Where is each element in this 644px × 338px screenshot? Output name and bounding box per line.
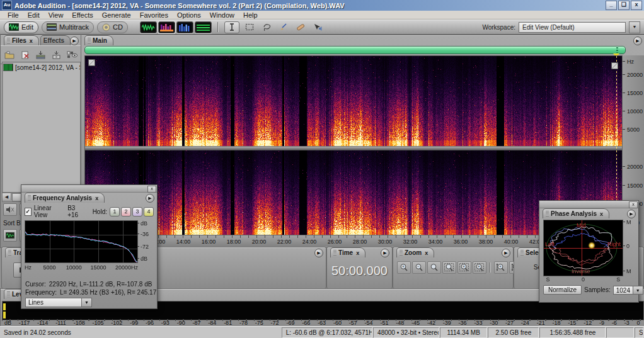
spot-healing-tool[interactable] [294,22,308,33]
menu-options[interactable]: Options [173,11,205,19]
display-mode-value[interactable]: Lines [25,298,82,307]
ibeam-icon [227,23,236,31]
tab-phase-analysis[interactable]: Phase Analysis x [543,208,609,218]
menu-generate[interactable]: Generate [98,11,135,19]
workspace-dropdown-arrow[interactable]: ▼ [629,21,640,33]
samples-value[interactable]: 1024 [613,286,633,295]
frequency-value: L= 249.35 Hz (B3 +16), R= 245.17 H... [60,289,157,296]
waveform-small-icon [6,232,14,239]
cursor-label: Cursor: [25,281,46,288]
phase-analysis-graph[interactable]: M0M S0S [542,219,636,283]
zoom-divider [490,262,491,273]
marquee-selection-tool[interactable] [243,22,256,33]
zoom-in-horizontal-button[interactable]: + [397,261,411,274]
files-options-icon [67,51,78,59]
tab-frequency-analysis-close-icon[interactable]: x [95,195,98,201]
zoom-in-vertical-icon: + [496,263,506,272]
tab-time[interactable]: Time x [330,247,365,257]
linear-view-checkbox[interactable]: ✓ [25,208,32,216]
close-file-button[interactable] [20,50,32,60]
selection-handle-playhead[interactable] [611,62,618,69]
menu-edit[interactable]: Edit [23,11,44,19]
time-panel-menu-button[interactable]: ▶ [381,249,389,257]
insert-into-multitrack-button[interactable] [35,50,47,60]
hold-button-3[interactable]: 3 [132,207,142,217]
scroll-left-arrow-icon[interactable]: ◀ [3,193,11,200]
frequency-analysis-menu-button[interactable]: ▶ [146,194,154,203]
paintbrush-tool[interactable] [277,22,290,33]
transport-panel-menu-button[interactable]: ▶ [314,249,323,257]
lasso-selection-tool[interactable] [260,22,273,33]
restore-button[interactable]: ❏ [618,1,630,10]
spectral-pan-view-button[interactable] [176,21,193,33]
menu-help[interactable]: Help [239,11,262,19]
frequency-analysis-graph[interactable]: dB-36-72dB Hz5000100001500020000Hz [25,220,154,279]
files-options-button[interactable] [66,50,78,60]
tab-phase-analysis-close-icon[interactable]: x [600,211,603,217]
workspace-label: Workspace: [482,24,515,31]
tab-frequency-analysis[interactable]: Frequency Analysis x [25,193,105,203]
zoom-to-selection-button[interactable] [442,261,456,274]
minimize-button[interactable]: _ [606,1,617,10]
level-meter-left-bar [3,303,6,310]
tab-main[interactable]: Main [84,35,113,45]
auto-play-button[interactable] [3,203,17,216]
spectral-frequency-view-button[interactable] [158,21,175,33]
display-mode-arrow-icon[interactable]: ▼ [82,298,92,307]
file-list-item[interactable]: [some14-2] 2012, VA - S [3,62,80,72]
workspace-value[interactable]: Edit View (Default) [519,22,626,33]
phase-analysis-menu-button[interactable]: ▶ [627,210,636,218]
hold-button-2[interactable]: 2 [121,207,131,217]
samples-dropdown[interactable]: 1024 ▼ [613,286,643,295]
cd-view-button[interactable]: CD [97,21,128,33]
phase-analysis-titlebar[interactable]: x [539,201,638,208]
zoom-full-button[interactable] [427,261,441,274]
tab-time-close-icon[interactable]: x [356,250,359,256]
show-audio-files-button[interactable] [3,229,17,242]
menu-favorites[interactable]: Favorites [135,11,173,19]
frequency-analysis-window: x Frequency Analysis x ▶ ✓ Linear View B… [21,184,158,309]
phase-analysis-plot[interactable] [543,220,623,276]
phase-analysis-close-icon[interactable]: x [629,201,638,208]
files-panel-menu-button[interactable]: ▶ [70,37,79,45]
scrub-tool[interactable] [311,22,325,33]
tab-files-close-icon[interactable]: x [30,38,33,44]
multitrack-view-button[interactable]: Multitrack [42,21,94,33]
zoom-panel-menu-button[interactable]: ▶ [502,249,510,257]
menu-bar: FileEditViewEffectsGenerateFavoritesOpti… [0,11,644,20]
zoom-in-right-edge-button[interactable]: + [473,261,486,274]
tab-effects[interactable]: Effects [40,35,71,45]
display-mode-dropdown[interactable]: Lines ▼ [25,298,92,307]
tab-files[interactable]: Files x [4,35,39,45]
spectral-pan-view-icon [178,23,192,31]
selection-handle-top-left[interactable] [88,59,95,66]
time-tick: 36:00 [454,239,468,245]
normalize-button[interactable]: Normalize [543,285,582,295]
samples-arrow-icon[interactable]: ▼ [633,286,643,295]
zoom-in-vertical-button[interactable]: + [494,261,508,274]
hold-button-1[interactable]: 1 [110,207,120,217]
menu-window[interactable]: Window [205,11,239,19]
menu-effects[interactable]: Effects [67,11,97,19]
waveform-view-button[interactable] [140,21,157,33]
frequency-analysis-close-icon[interactable]: x [147,186,156,193]
menu-view[interactable]: View [44,11,68,19]
tab-zoom-close-icon[interactable]: x [425,250,428,256]
linear-view-label: Linear View [34,205,60,218]
hold-button-4[interactable]: 4 [144,207,154,217]
insert-into-cd-button[interactable] [50,50,62,60]
zoom-in-left-edge-button[interactable]: + [457,261,471,274]
import-file-button[interactable] [4,50,16,60]
fa-x-tick: 15000 [90,264,106,271]
zoom-out-horizontal-button[interactable]: − [412,261,426,274]
frequency-analysis-plot[interactable] [25,220,138,263]
main-panel-menu-button[interactable]: ▶ [633,37,642,45]
frequency-analysis-titlebar[interactable]: x [21,185,157,193]
time-selection-tool[interactable] [224,21,239,33]
range-scrollbar[interactable] [84,46,626,54]
tab-zoom[interactable]: Zoom x [396,247,434,257]
edit-view-button[interactable]: Edit [4,21,38,33]
close-button[interactable]: x [631,1,642,10]
menu-file[interactable]: File [3,11,23,19]
spectral-phase-view-button[interactable] [195,21,212,33]
